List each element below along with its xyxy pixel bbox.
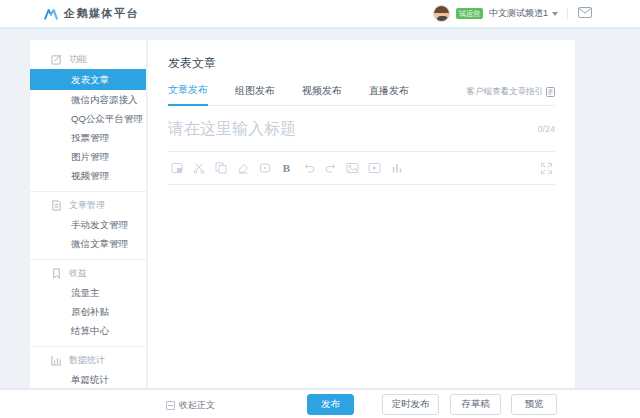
sidebar-item-wechat-source[interactable]: 微信内容源接入 <box>30 90 146 109</box>
schedule-publish-button[interactable]: 定时发布 <box>382 394 439 415</box>
sidebar-item-settlement-center[interactable]: 结算中心 <box>30 321 146 340</box>
sidebar-section-revenue: 收益 <box>30 263 146 283</box>
sidebar-item-publish-article[interactable]: 发表文章 <box>30 69 146 90</box>
account-area: 试运营 中文测试频道1 <box>433 0 558 27</box>
tabs-bar: 文章发布 组图发布 视频发布 直播发布 客户端查看文章指引 <box>168 81 555 106</box>
title-char-counter: 0/24 <box>537 124 555 134</box>
sidebar: 功能 发表文章 微信内容源接入 QQ公众平台管理 投票管理 图片管理 视频管理 … <box>30 40 146 388</box>
sidebar-item-qq-platform[interactable]: QQ公众平台管理 <box>30 109 146 128</box>
bottom-action-bar: 收起正文 发布 定时发布 存草稿 预览 <box>0 390 640 418</box>
tab-live-publish[interactable]: 直播发布 <box>369 84 409 105</box>
avatar[interactable] <box>433 5 450 22</box>
collapse-body-toggle[interactable]: 收起正文 <box>166 399 215 412</box>
preview-button[interactable]: 预览 <box>511 394 557 415</box>
header-divider <box>567 8 568 19</box>
copy-icon[interactable] <box>212 160 229 177</box>
undo-icon[interactable] <box>300 160 317 177</box>
sidebar-section-statistics: 数据统计 <box>30 350 146 370</box>
collapse-icon <box>166 401 175 410</box>
edit-icon <box>51 54 62 65</box>
editor-toolbar: B <box>168 152 555 185</box>
title-input[interactable] <box>168 120 529 138</box>
sidebar-item-video-manage[interactable]: 视频管理 <box>30 166 146 185</box>
fullscreen-icon[interactable] <box>538 160 555 177</box>
redo-icon[interactable] <box>322 160 339 177</box>
title-input-row: 0/24 <box>168 106 555 152</box>
account-dropdown[interactable]: 中文测试频道1 <box>489 7 558 20</box>
app-logo[interactable]: 企鹅媒体平台 <box>44 6 139 21</box>
status-badge: 试运营 <box>456 8 483 19</box>
chart-icon[interactable] <box>388 160 405 177</box>
main-panel: 发表文章 文章发布 组图发布 视频发布 直播发布 客户端查看文章指引 0/24 <box>148 40 575 388</box>
mail-icon[interactable] <box>578 7 592 18</box>
sidebar-item-image-manage[interactable]: 图片管理 <box>30 147 146 166</box>
sidebar-divider <box>30 346 146 347</box>
sidebar-divider <box>30 259 146 260</box>
paste-icon[interactable] <box>168 160 185 177</box>
sidebar-item-original-subsidy[interactable]: 原创补贴 <box>30 302 146 321</box>
tab-video-publish[interactable]: 视频发布 <box>302 84 342 105</box>
save-draft-button[interactable]: 存草稿 <box>450 394 501 415</box>
guide-doc-icon <box>546 87 555 97</box>
tab-gallery-publish[interactable]: 组图发布 <box>235 84 275 105</box>
sidebar-section-functions: 功能 <box>30 49 146 69</box>
sidebar-item-manual-publish[interactable]: 手动发文管理 <box>30 215 146 234</box>
bookmark-icon <box>51 268 62 279</box>
top-header: 企鹅媒体平台 试运营 中文测试频道1 <box>0 0 640 29</box>
sidebar-section-article-manage: 文章管理 <box>30 195 146 215</box>
card-icon[interactable] <box>256 160 273 177</box>
chevron-down-icon <box>552 12 558 16</box>
sidebar-item-wechat-article[interactable]: 微信文章管理 <box>30 234 146 253</box>
sidebar-item-vote-manage[interactable]: 投票管理 <box>30 128 146 147</box>
document-icon <box>51 200 62 211</box>
publish-button[interactable]: 发布 <box>307 394 354 415</box>
sidebar-item-traffic-owner[interactable]: 流量主 <box>30 283 146 302</box>
client-guide-link[interactable]: 客户端查看文章指引 <box>467 86 556 105</box>
penguin-media-logo-icon <box>44 8 58 20</box>
video-icon[interactable] <box>366 160 383 177</box>
tab-article-publish[interactable]: 文章发布 <box>168 83 208 106</box>
bold-icon[interactable]: B <box>278 160 295 177</box>
stats-icon <box>51 355 62 366</box>
sidebar-item-single-stats[interactable]: 单篇统计 <box>30 370 146 388</box>
page-title: 发表文章 <box>168 40 555 72</box>
image-icon[interactable] <box>344 160 361 177</box>
eraser-icon[interactable] <box>234 160 251 177</box>
app-title: 企鹅媒体平台 <box>64 6 139 21</box>
sidebar-divider <box>30 191 146 192</box>
cut-icon[interactable] <box>190 160 207 177</box>
